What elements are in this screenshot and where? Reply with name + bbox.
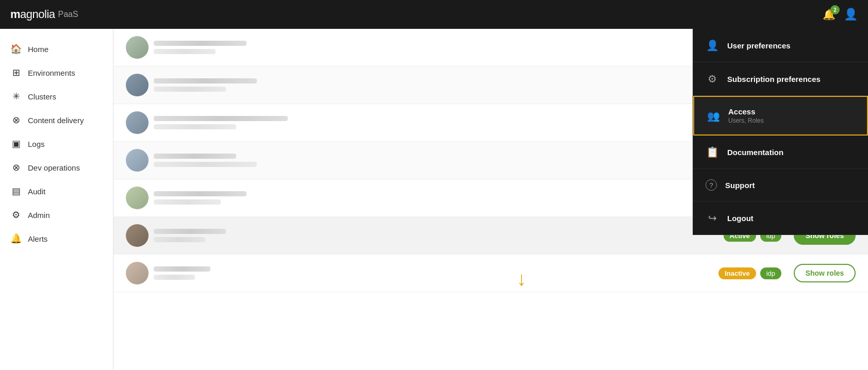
avatar [126,74,149,96]
user-name-placeholder [154,154,236,159]
user-info-block [126,74,373,96]
documentation-label: Documentation [727,148,783,157]
avatar [126,111,149,134]
user-email-placeholder [154,199,221,205]
access-sublabel: Users, Roles [728,117,764,124]
badges-area: Inactive idp ↓ [718,267,781,279]
tag-badge-idp: idp [760,267,781,279]
user-info-block [126,111,373,134]
dropdown-item-subscription-preferences[interactable]: ⚙ Subscription preferences [693,62,868,96]
documentation-icon: 📋 [706,146,719,158]
user-email-placeholder [154,124,236,129]
user-name-placeholder [154,78,257,83]
user-info-block [126,187,373,209]
user-details [154,266,373,280]
user-details [154,116,373,129]
user-email-placeholder [154,49,216,54]
arrow-indicator: ↓ [517,268,527,290]
avatar [126,262,149,284]
user-name-placeholder [154,116,288,121]
user-name-placeholder [154,41,247,46]
user-email-placeholder [154,275,195,280]
user-details [154,191,373,205]
environments-icon: ⊞ [10,67,22,78]
sidebar-label-clusters: Clusters [28,92,56,101]
dev-operations-icon: ⊗ [10,162,22,173]
user-name-placeholder [154,229,226,234]
user-details [154,229,373,242]
table-row: Inactive idp ↓ Show roles [113,255,868,292]
logout-label: Logout [727,214,754,223]
alerts-icon: 🔔 [10,233,22,244]
user-email-placeholder [154,162,257,167]
sidebar-label-alerts: Alerts [28,234,47,243]
user-info-block [126,149,373,172]
user-info-block [126,224,373,247]
sidebar: 🏠 Home ⊞ Environments ✳ Clusters ⊗ Conte… [0,29,113,370]
sidebar-label-environments: Environments [28,69,75,77]
status-badge-inactive: Inactive [718,267,756,279]
user-preferences-label: User preferences [727,41,791,50]
dropdown-menu: 👤 User preferences ⚙ Subscription prefer… [693,29,868,235]
sidebar-item-dev-operations[interactable]: ⊗ Dev operations [0,156,113,179]
show-roles-button[interactable]: Show roles [794,264,856,282]
sidebar-label-content-delivery: Content delivery [28,116,84,125]
sidebar-item-content-delivery[interactable]: ⊗ Content delivery [0,108,113,132]
avatar [126,36,149,59]
sidebar-item-alerts[interactable]: 🔔 Alerts [0,227,113,250]
header-right: 🔔 2 👤 [823,8,858,21]
dropdown-item-access[interactable]: 👥 Access Users, Roles [693,96,868,136]
sidebar-item-logs[interactable]: ▣ Logs [0,132,113,156]
admin-icon: ⚙ [10,209,22,221]
sidebar-item-clusters[interactable]: ✳ Clusters [0,85,113,108]
sidebar-label-admin: Admin [28,211,50,220]
audit-icon: ▤ [10,186,22,197]
clusters-icon: ✳ [10,91,22,102]
user-name-placeholder [154,266,210,272]
dropdown-item-logout[interactable]: ↪ Logout [693,201,868,235]
notifications-button[interactable]: 🔔 2 [823,8,836,21]
paas-label: PaaS [58,10,78,19]
sidebar-label-audit: Audit [28,187,45,196]
notification-badge: 2 [830,5,840,14]
user-details [154,154,373,167]
avatar [126,149,149,172]
dropdown-item-user-preferences[interactable]: 👤 User preferences [693,29,868,62]
gear-icon: ⚙ [706,73,719,85]
subscription-preferences-label: Subscription preferences [727,75,821,83]
access-label: Access [728,107,764,116]
dropdown-item-support[interactable]: ? Support [693,169,868,201]
user-details [154,78,373,92]
logs-icon: ▣ [10,138,22,149]
sidebar-item-admin[interactable]: ⚙ Admin [0,203,113,227]
top-header: magnolia PaaS 🔔 2 👤 [0,0,868,29]
logout-icon: ↪ [706,212,719,224]
sidebar-label-dev-operations: Dev operations [28,163,80,172]
logo-area: magnolia PaaS [10,8,78,21]
logo-text: magnolia [10,8,55,21]
sidebar-label-home: Home [28,45,48,54]
home-icon: 🏠 [10,43,22,55]
avatar [126,224,149,247]
avatar [126,187,149,209]
support-label: Support [725,181,755,190]
sidebar-item-environments[interactable]: ⊞ Environments [0,61,113,85]
dropdown-item-documentation[interactable]: 📋 Documentation [693,136,868,169]
user-email-placeholder [154,87,226,92]
user-icon: 👤 [706,39,719,52]
main-layout: 🏠 Home ⊞ Environments ✳ Clusters ⊗ Conte… [0,29,868,370]
user-info-block [126,262,373,284]
user-info-block [126,36,373,59]
sidebar-item-home[interactable]: 🏠 Home [0,37,113,61]
user-account-button[interactable]: 👤 [844,8,858,21]
access-icon: 👥 [707,110,720,122]
content-delivery-icon: ⊗ [10,114,22,126]
user-name-placeholder [154,191,247,196]
sidebar-label-logs: Logs [28,140,45,148]
user-email-placeholder [154,237,205,242]
sidebar-item-audit[interactable]: ▤ Audit [0,179,113,203]
user-details [154,41,373,54]
support-icon: ? [706,179,717,191]
